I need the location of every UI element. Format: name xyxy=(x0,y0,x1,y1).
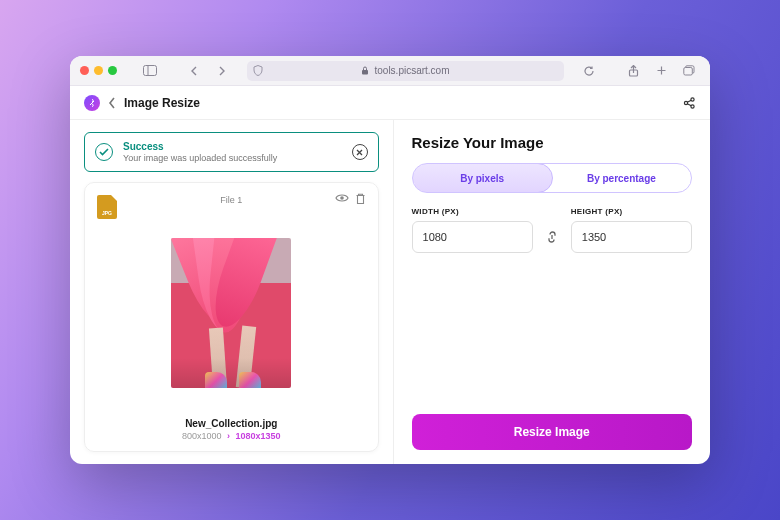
titlebar: tools.picsart.com xyxy=(70,56,710,86)
sidebar-toggle-icon[interactable] xyxy=(139,62,161,80)
url-bar[interactable]: tools.picsart.com xyxy=(247,61,564,81)
height-label: HEIGHT (PX) xyxy=(571,207,692,216)
success-banner: Success Your image was uploaded successf… xyxy=(84,132,379,172)
lock-icon xyxy=(361,66,369,75)
maximize-window-icon[interactable] xyxy=(108,66,117,75)
preview-eye-icon[interactable] xyxy=(335,193,349,205)
tabs-overview-icon[interactable] xyxy=(678,62,700,80)
window-controls xyxy=(80,66,117,75)
nav-forward-icon[interactable] xyxy=(211,62,233,80)
banner-title: Success xyxy=(123,141,277,152)
svg-line-12 xyxy=(687,103,691,105)
right-panel: Resize Your Image By pixels By percentag… xyxy=(394,120,710,464)
page-title: Image Resize xyxy=(124,96,200,110)
banner-subtitle: Your image was uploaded successfully xyxy=(123,153,277,163)
svg-rect-7 xyxy=(684,68,693,76)
nav-back-icon[interactable] xyxy=(183,62,205,80)
old-dimensions: 800x1000 xyxy=(182,431,222,441)
file-index-label: File 1 xyxy=(220,195,242,205)
new-tab-icon[interactable] xyxy=(650,62,672,80)
svg-line-11 xyxy=(687,100,691,102)
share-browser-icon[interactable] xyxy=(622,62,644,80)
app-header: Image Resize xyxy=(70,86,710,120)
svg-rect-2 xyxy=(362,70,368,75)
back-chevron-icon[interactable] xyxy=(108,97,116,109)
aspect-lock-icon[interactable] xyxy=(541,221,563,253)
share-page-icon[interactable] xyxy=(682,96,696,110)
reload-icon[interactable] xyxy=(578,62,600,80)
width-label: WIDTH (PX) xyxy=(412,207,533,216)
tab-by-percentage[interactable]: By percentage xyxy=(552,164,691,192)
tab-by-pixels[interactable]: By pixels xyxy=(412,163,553,193)
image-preview xyxy=(97,207,366,416)
browser-window: tools.picsart.com Image Resize xyxy=(70,56,710,464)
minimize-window-icon[interactable] xyxy=(94,66,103,75)
dimensions-label: 800x1000 › 1080x1350 xyxy=(97,431,366,441)
dimensions-arrow-icon: › xyxy=(227,431,230,441)
new-dimensions: 1080x1350 xyxy=(236,431,281,441)
width-input[interactable]: 1080 xyxy=(412,221,533,253)
close-window-icon[interactable] xyxy=(80,66,89,75)
resize-mode-segmented: By pixels By percentage xyxy=(412,163,692,193)
file-name: New_Collection.jpg xyxy=(97,418,366,429)
url-text: tools.picsart.com xyxy=(374,65,449,76)
thumbnail-image xyxy=(171,238,291,388)
resize-heading: Resize Your Image xyxy=(412,134,692,151)
height-input[interactable]: 1350 xyxy=(571,221,692,253)
content-area: Success Your image was uploaded successf… xyxy=(70,120,710,464)
app-logo-icon[interactable] xyxy=(84,95,100,111)
file-card: JPG File 1 xyxy=(84,182,379,452)
banner-close-icon[interactable] xyxy=(352,144,368,160)
success-check-icon xyxy=(95,143,113,161)
svg-point-13 xyxy=(340,196,344,200)
svg-rect-0 xyxy=(144,66,157,76)
left-panel: Success Your image was uploaded successf… xyxy=(70,120,394,464)
resize-image-button[interactable]: Resize Image xyxy=(412,414,692,450)
delete-trash-icon[interactable] xyxy=(355,193,366,205)
privacy-shield-icon xyxy=(253,65,263,76)
